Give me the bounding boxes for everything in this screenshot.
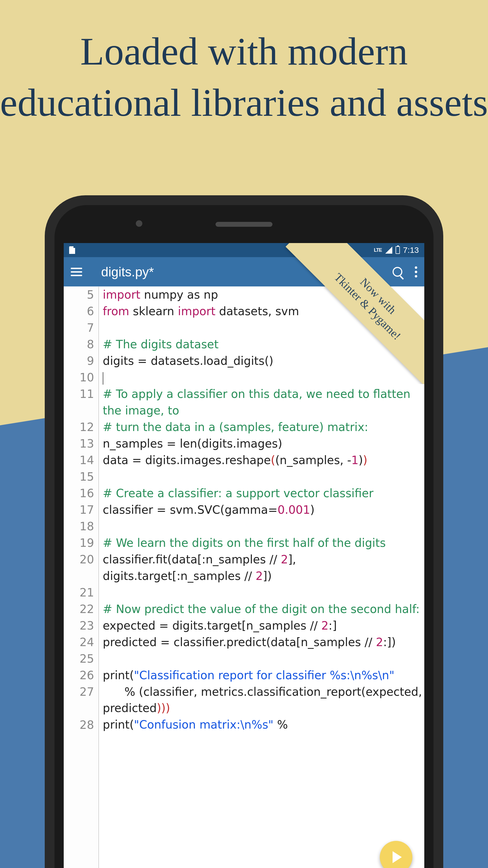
play-icon xyxy=(393,851,402,863)
phone-inner: LTE 7:13 digits.py* Now with xyxy=(55,205,433,868)
signal-icon xyxy=(385,247,392,254)
line-number: 6 xyxy=(64,303,94,320)
line-number: 26 xyxy=(64,667,94,684)
code-line[interactable]: from sklearn import datasets, svm xyxy=(103,303,424,320)
code-line[interactable] xyxy=(103,518,424,535)
file-title: digits.py* xyxy=(101,265,154,279)
text-cursor xyxy=(103,372,103,384)
code-line[interactable]: print("Confusion matrix:\n%s" % xyxy=(103,717,424,733)
code-line[interactable]: expected = digits.target[n_samples // 2:… xyxy=(103,618,424,634)
code-line[interactable]: # turn the data in a (samples, feature) … xyxy=(103,419,424,436)
phone-screen: LTE 7:13 digits.py* Now with xyxy=(64,243,424,868)
line-number: 28 xyxy=(64,717,94,734)
more-icon[interactable] xyxy=(415,267,417,278)
line-number: 13 xyxy=(64,436,94,452)
code-line[interactable]: n_samples = len(digits.images) xyxy=(103,436,424,452)
menu-icon[interactable] xyxy=(71,268,82,276)
line-number: 25 xyxy=(64,651,94,667)
line-number: 14 xyxy=(64,452,94,469)
app-bar: digits.py* xyxy=(64,257,424,286)
camera-dot xyxy=(136,220,142,227)
code-line[interactable]: # Now predict the value of the digit on … xyxy=(103,601,424,618)
code-line[interactable]: import numpy as np xyxy=(103,287,424,303)
code-line[interactable]: # To apply a classifier on this data, we… xyxy=(103,386,424,419)
line-number: 23 xyxy=(64,618,94,634)
code-line[interactable]: classifier = svm.SVC(gamma=0.001) xyxy=(103,502,424,518)
battery-icon xyxy=(395,246,400,254)
phone-frame: LTE 7:13 digits.py* Now with xyxy=(45,195,443,868)
line-number: 20 xyxy=(64,552,94,585)
clock: 7:13 xyxy=(403,246,419,255)
status-bar: LTE 7:13 xyxy=(64,243,424,257)
line-number: 24 xyxy=(64,634,94,651)
line-number: 18 xyxy=(64,518,94,535)
marketing-headline: Loaded with modern educational libraries… xyxy=(0,26,488,128)
line-number: 16 xyxy=(64,485,94,502)
line-number: 8 xyxy=(64,336,94,353)
line-number: 19 xyxy=(64,535,94,552)
line-number-gutter: 5678910111213141516171819202122232425262… xyxy=(64,287,99,868)
code-line[interactable] xyxy=(103,320,424,336)
sd-card-icon xyxy=(69,246,75,254)
code-line[interactable] xyxy=(103,585,424,601)
network-label: LTE xyxy=(374,247,382,253)
code-line[interactable]: digits = datasets.load_digits() xyxy=(103,353,424,369)
line-number: 7 xyxy=(64,320,94,336)
line-number: 11 xyxy=(64,386,94,419)
line-number: 5 xyxy=(64,287,94,303)
code-line[interactable]: data = digits.images.reshape((n_samples,… xyxy=(103,452,424,469)
code-line[interactable] xyxy=(103,369,424,386)
code-line[interactable] xyxy=(103,651,424,667)
line-number: 22 xyxy=(64,601,94,618)
speaker-grill xyxy=(216,222,272,227)
code-line[interactable]: # We learn the digits on the first half … xyxy=(103,535,424,552)
code-editor[interactable]: 5678910111213141516171819202122232425262… xyxy=(64,287,424,868)
line-number: 9 xyxy=(64,353,94,369)
line-number: 17 xyxy=(64,502,94,518)
code-line[interactable]: % (classifier, metrics.classification_re… xyxy=(103,684,424,717)
line-number: 12 xyxy=(64,419,94,436)
code-line[interactable]: # Create a classifier: a support vector … xyxy=(103,485,424,502)
code-line[interactable] xyxy=(103,469,424,485)
line-number: 27 xyxy=(64,684,94,717)
code-line[interactable]: # The digits dataset xyxy=(103,336,424,353)
line-number: 15 xyxy=(64,469,94,485)
code-line[interactable]: print("Classification report for classif… xyxy=(103,667,424,684)
line-number: 10 xyxy=(64,369,94,386)
search-icon[interactable] xyxy=(393,267,402,277)
line-number: 21 xyxy=(64,585,94,601)
code-line[interactable]: classifier.fit(data[:n_samples // 2], di… xyxy=(103,552,424,585)
code-line[interactable]: predicted = classifier.predict(data[n_sa… xyxy=(103,634,424,651)
code-content[interactable]: import numpy as npfrom sklearn import da… xyxy=(99,287,424,868)
